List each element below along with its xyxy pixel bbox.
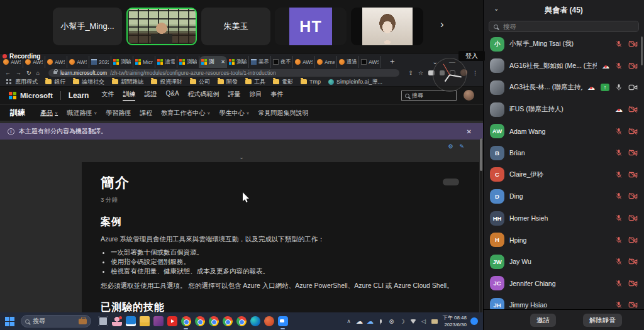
tray-icon[interactable]: [356, 318, 363, 325]
panel-chevron-icon[interactable]: ⌄: [490, 4, 502, 13]
bookmark-item[interactable]: 投資理財: [151, 78, 182, 86]
learn-nav-item[interactable]: 文件: [101, 90, 114, 101]
subnav-item[interactable]: 教育工作者中心 ∨: [161, 109, 210, 118]
tray-icon[interactable]: [420, 318, 427, 325]
participant-row[interactable]: AW Adam Wang: [484, 120, 644, 142]
browser-tab[interactable]: AWS: [293, 56, 315, 68]
browser-tab[interactable]: 通過 A: [337, 56, 359, 68]
settings-gear-icon[interactable]: ⚙: [448, 143, 453, 150]
participants-search-input[interactable]: [502, 22, 634, 31]
taskbar-app-icon[interactable]: [153, 316, 164, 327]
subnav-item[interactable]: 學習路徑: [106, 109, 131, 118]
notification-badge[interactable]: [470, 317, 478, 325]
page-scrollbar[interactable]: [480, 138, 482, 312]
taskbar-app-icon[interactable]: [208, 316, 219, 327]
learn-nav-item[interactable]: 節目: [250, 90, 262, 101]
browser-tab[interactable]: Amaz: [315, 56, 337, 68]
home-icon[interactable]: ⌂: [36, 70, 40, 76]
address-bar[interactable]: learn.microsoft.com /zh-tw/training/modu…: [48, 69, 399, 77]
browser-tab[interactable]: AWS: [359, 56, 381, 68]
video-tile[interactable]: [126, 8, 197, 45]
feedback-icon[interactable]: ✎: [459, 143, 464, 150]
subnav-item[interactable]: 職涯路徑 ∨: [67, 109, 97, 118]
start-button[interactable]: [5, 317, 14, 326]
taskbar-app-icon[interactable]: [139, 316, 150, 327]
bookmark-item[interactable]: 開發: [218, 78, 238, 86]
learn-nav-item[interactable]: 事件: [271, 90, 284, 101]
participant-row[interactable]: HH Homer Hsieh: [484, 207, 644, 229]
taskbar-app-icon[interactable]: [167, 316, 177, 327]
share-icon[interactable]: ⇪: [408, 70, 413, 76]
video-tile[interactable]: HT: [275, 8, 347, 45]
taskbar-clock[interactable]: 下午 08:48 2023/6/30: [443, 314, 467, 328]
browser-tab[interactable]: 測 ✕: [199, 56, 227, 68]
back-icon[interactable]: ←: [5, 70, 11, 76]
microsoft-brand[interactable]: Microsoft: [20, 92, 53, 99]
participant-row[interactable]: JW Jay Wu: [484, 251, 644, 273]
scrollbar-thumb[interactable]: [480, 138, 482, 171]
unmute-button[interactable]: 解除靜音: [583, 314, 622, 327]
browser-tab[interactable]: AWS: [45, 56, 67, 68]
participant-row[interactable]: 小 小幫手_Ming Tsai (我): [484, 33, 644, 55]
taskbar-app-icon[interactable]: [125, 316, 136, 327]
tray-icon[interactable]: [345, 318, 352, 325]
browser-tab[interactable]: Micro: [133, 56, 155, 68]
taskbar-app-icon[interactable]: [222, 316, 233, 327]
subnav-item[interactable]: 學生中心 ∨: [219, 109, 249, 118]
learn-search-box[interactable]: 搜尋: [401, 91, 457, 101]
bookmark-item[interactable]: 應用程式: [6, 78, 38, 86]
browser-tab[interactable]: AWS: [67, 56, 89, 68]
participant-row[interactable]: C Claire_伊聆: [484, 164, 644, 186]
participant-row[interactable]: B Brian: [484, 142, 644, 164]
bookmark-item[interactable]: 工具: [245, 78, 265, 86]
bookmark-item[interactable]: Tmp: [301, 79, 321, 85]
video-tile[interactable]: 小幫手_Ming...: [53, 8, 122, 45]
invite-button[interactable]: 邀請: [530, 314, 556, 327]
browser-tab[interactable]: 濃電: [155, 56, 177, 68]
taskbar-app-icon[interactable]: [97, 316, 108, 327]
participant-row[interactable]: JH Jimmy Hsiao: [484, 294, 644, 309]
learn-nav-item[interactable]: 認證: [144, 90, 157, 101]
taskbar-app-icon[interactable]: [264, 316, 274, 327]
participant-row[interactable]: AG3社長-林... (聯席主持人) ☁ ↑: [484, 77, 644, 99]
learn-nav-item[interactable]: Q&A: [165, 90, 179, 101]
learn-brand[interactable]: Learn: [69, 91, 89, 100]
participant-row[interactable]: D Ding: [484, 185, 644, 207]
browser-tab[interactable]: 測驗 A: [177, 56, 199, 68]
participants-search[interactable]: [489, 21, 639, 32]
tray-icon[interactable]: [367, 318, 374, 325]
tray-icon[interactable]: [431, 318, 438, 325]
browser-tab[interactable]: 夜不: [271, 56, 293, 68]
strip-next-arrow-button[interactable]: ›: [436, 18, 448, 31]
taskbar-app-icon[interactable]: [194, 316, 205, 327]
browser-tab[interactable]: 測驗 A: [227, 56, 249, 68]
subnav-item[interactable]: 課程: [140, 109, 152, 118]
participant-row[interactable]: H Hping: [484, 229, 644, 251]
bookmark-item[interactable]: 新聞雜誌: [112, 78, 143, 86]
tray-icon[interactable]: [377, 318, 384, 325]
taskbar-search[interactable]: 搜尋: [21, 315, 91, 327]
banner-close-icon[interactable]: ✕: [463, 128, 475, 136]
taskbar-app-icon[interactable]: [250, 316, 260, 327]
taskbar-app-icon[interactable]: [111, 316, 122, 327]
browser-tab[interactable]: 測驗 A: [111, 56, 133, 68]
new-tab-button[interactable]: +: [386, 57, 399, 66]
subnav-item[interactable]: 產品 ∨: [40, 109, 58, 118]
learn-nav-item[interactable]: 評量: [228, 90, 241, 101]
learn-nav-item[interactable]: 訓練: [123, 90, 135, 101]
bookmark-item[interactable]: 電影: [273, 78, 293, 86]
tray-icon[interactable]: [409, 318, 416, 325]
taskbar-app-icon[interactable]: [180, 316, 191, 327]
collapse-chevron-icon[interactable]: ⌄: [235, 153, 248, 161]
tray-icon[interactable]: [399, 318, 406, 325]
card-toggle-pill[interactable]: [443, 179, 459, 185]
panel-scrollbar[interactable]: [641, 36, 643, 65]
taskbar-app-icon[interactable]: [277, 316, 288, 327]
taskbar-app-icon[interactable]: [236, 316, 247, 327]
bookmark-item[interactable]: 銀行: [45, 78, 65, 86]
tray-icon[interactable]: [388, 318, 395, 325]
participant-row[interactable]: AG16社長_鄭如如 (Me... (主持人) ☁: [484, 55, 644, 77]
forward-icon[interactable]: →: [16, 70, 21, 76]
browser-tab[interactable]: 2022: [89, 56, 111, 68]
video-tile[interactable]: 朱美玉: [201, 8, 270, 45]
